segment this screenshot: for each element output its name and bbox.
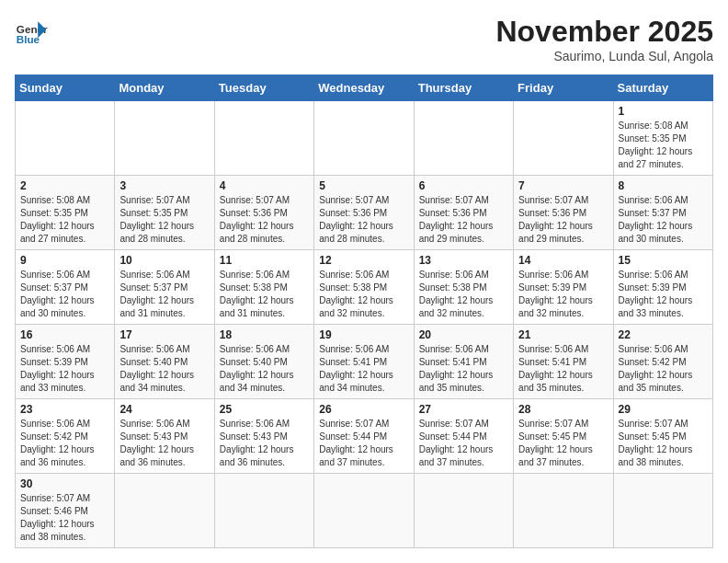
calendar-cell: 30Sunrise: 5:07 AM Sunset: 5:46 PM Dayli… <box>16 474 115 548</box>
col-header-thursday: Thursday <box>414 75 513 101</box>
calendar-cell: 21Sunrise: 5:06 AM Sunset: 5:41 PM Dayli… <box>514 325 613 399</box>
day-number: 8 <box>619 179 708 192</box>
day-number: 20 <box>419 328 508 341</box>
calendar-cell <box>214 101 313 176</box>
day-info: Sunrise: 5:06 AM Sunset: 5:37 PM Dayligh… <box>20 269 109 320</box>
day-info: Sunrise: 5:06 AM Sunset: 5:39 PM Dayligh… <box>619 269 708 320</box>
calendar-cell: 5Sunrise: 5:07 AM Sunset: 5:36 PM Daylig… <box>314 176 414 250</box>
day-number: 11 <box>220 254 309 267</box>
calendar-cell: 8Sunrise: 5:06 AM Sunset: 5:37 PM Daylig… <box>613 176 712 250</box>
calendar-cell: 12Sunrise: 5:06 AM Sunset: 5:38 PM Dayli… <box>314 250 414 325</box>
calendar-week-5: 23Sunrise: 5:06 AM Sunset: 5:42 PM Dayli… <box>16 399 713 474</box>
calendar-cell <box>115 474 214 548</box>
day-info: Sunrise: 5:06 AM Sunset: 5:43 PM Dayligh… <box>119 418 209 469</box>
calendar-week-4: 16Sunrise: 5:06 AM Sunset: 5:39 PM Dayli… <box>16 325 713 399</box>
calendar-cell: 1Sunrise: 5:08 AM Sunset: 5:35 PM Daylig… <box>613 101 712 176</box>
day-number: 25 <box>220 403 309 416</box>
day-info: Sunrise: 5:06 AM Sunset: 5:41 PM Dayligh… <box>419 343 508 395</box>
calendar-cell: 7Sunrise: 5:07 AM Sunset: 5:36 PM Daylig… <box>514 176 613 250</box>
calendar-cell: 23Sunrise: 5:06 AM Sunset: 5:42 PM Dayli… <box>16 399 115 474</box>
calendar-cell <box>414 101 513 176</box>
day-info: Sunrise: 5:08 AM Sunset: 5:35 PM Dayligh… <box>619 120 708 171</box>
day-number: 18 <box>220 328 309 341</box>
col-header-sunday: Sunday <box>16 75 115 101</box>
day-number: 24 <box>119 403 209 416</box>
calendar-cell: 10Sunrise: 5:06 AM Sunset: 5:37 PM Dayli… <box>115 250 214 325</box>
calendar-cell: 26Sunrise: 5:07 AM Sunset: 5:44 PM Dayli… <box>314 399 414 474</box>
day-info: Sunrise: 5:07 AM Sunset: 5:46 PM Dayligh… <box>20 492 109 544</box>
day-info: Sunrise: 5:06 AM Sunset: 5:40 PM Dayligh… <box>119 343 209 395</box>
calendar-cell: 17Sunrise: 5:06 AM Sunset: 5:40 PM Dayli… <box>115 325 214 399</box>
calendar-cell: 16Sunrise: 5:06 AM Sunset: 5:39 PM Dayli… <box>16 325 115 399</box>
location-subtitle: Saurimo, Lunda Sul, Angola <box>495 49 713 63</box>
calendar-cell: 28Sunrise: 5:07 AM Sunset: 5:45 PM Dayli… <box>514 399 613 474</box>
day-info: Sunrise: 5:06 AM Sunset: 5:39 PM Dayligh… <box>518 269 608 320</box>
calendar-cell: 2Sunrise: 5:08 AM Sunset: 5:35 PM Daylig… <box>16 176 115 250</box>
calendar-cell: 20Sunrise: 5:06 AM Sunset: 5:41 PM Dayli… <box>414 325 513 399</box>
calendar-cell: 24Sunrise: 5:06 AM Sunset: 5:43 PM Dayli… <box>115 399 214 474</box>
day-number: 9 <box>20 254 109 267</box>
day-number: 7 <box>518 179 608 192</box>
day-number: 15 <box>619 254 708 267</box>
day-number: 12 <box>319 254 408 267</box>
day-number: 21 <box>518 328 608 341</box>
day-info: Sunrise: 5:06 AM Sunset: 5:42 PM Dayligh… <box>619 343 708 395</box>
calendar-week-2: 2Sunrise: 5:08 AM Sunset: 5:35 PM Daylig… <box>16 176 713 250</box>
calendar-week-6: 30Sunrise: 5:07 AM Sunset: 5:46 PM Dayli… <box>16 474 713 548</box>
day-number: 5 <box>319 179 408 192</box>
day-info: Sunrise: 5:06 AM Sunset: 5:38 PM Dayligh… <box>220 269 309 320</box>
day-info: Sunrise: 5:06 AM Sunset: 5:43 PM Dayligh… <box>220 418 309 469</box>
day-info: Sunrise: 5:06 AM Sunset: 5:38 PM Dayligh… <box>319 269 408 320</box>
calendar-cell: 22Sunrise: 5:06 AM Sunset: 5:42 PM Dayli… <box>613 325 712 399</box>
day-number: 6 <box>419 179 508 192</box>
calendar-table: SundayMondayTuesdayWednesdayThursdayFrid… <box>15 75 713 548</box>
calendar-cell: 3Sunrise: 5:07 AM Sunset: 5:35 PM Daylig… <box>115 176 214 250</box>
calendar-cell <box>514 101 613 176</box>
col-header-wednesday: Wednesday <box>314 75 414 101</box>
calendar-cell: 25Sunrise: 5:06 AM Sunset: 5:43 PM Dayli… <box>214 399 313 474</box>
calendar-cell <box>613 474 712 548</box>
day-info: Sunrise: 5:07 AM Sunset: 5:36 PM Dayligh… <box>419 194 508 246</box>
day-number: 2 <box>20 179 109 192</box>
calendar-week-1: 1Sunrise: 5:08 AM Sunset: 5:35 PM Daylig… <box>16 101 713 176</box>
calendar-cell <box>214 474 313 548</box>
col-header-friday: Friday <box>514 75 613 101</box>
logo-icon: General Blue <box>15 15 48 48</box>
calendar-cell: 14Sunrise: 5:06 AM Sunset: 5:39 PM Dayli… <box>514 250 613 325</box>
day-number: 3 <box>119 179 209 192</box>
day-info: Sunrise: 5:06 AM Sunset: 5:37 PM Dayligh… <box>619 194 708 246</box>
day-number: 19 <box>319 328 408 341</box>
calendar-cell <box>314 101 414 176</box>
day-info: Sunrise: 5:06 AM Sunset: 5:41 PM Dayligh… <box>518 343 608 395</box>
page-header: General Blue November 2025 Saurimo, Lund… <box>15 15 713 63</box>
day-number: 1 <box>619 105 708 118</box>
calendar-cell: 4Sunrise: 5:07 AM Sunset: 5:36 PM Daylig… <box>214 176 313 250</box>
day-info: Sunrise: 5:07 AM Sunset: 5:45 PM Dayligh… <box>619 418 708 469</box>
day-info: Sunrise: 5:06 AM Sunset: 5:39 PM Dayligh… <box>20 343 109 395</box>
day-info: Sunrise: 5:07 AM Sunset: 5:44 PM Dayligh… <box>419 418 508 469</box>
svg-text:Blue: Blue <box>17 33 40 45</box>
calendar-cell: 11Sunrise: 5:06 AM Sunset: 5:38 PM Dayli… <box>214 250 313 325</box>
day-number: 17 <box>119 328 209 341</box>
day-number: 26 <box>319 403 408 416</box>
calendar-week-3: 9Sunrise: 5:06 AM Sunset: 5:37 PM Daylig… <box>16 250 713 325</box>
day-info: Sunrise: 5:07 AM Sunset: 5:36 PM Dayligh… <box>220 194 309 246</box>
day-number: 10 <box>119 254 209 267</box>
day-info: Sunrise: 5:07 AM Sunset: 5:45 PM Dayligh… <box>518 418 608 469</box>
calendar-cell: 29Sunrise: 5:07 AM Sunset: 5:45 PM Dayli… <box>613 399 712 474</box>
calendar-cell: 18Sunrise: 5:06 AM Sunset: 5:40 PM Dayli… <box>214 325 313 399</box>
day-info: Sunrise: 5:06 AM Sunset: 5:38 PM Dayligh… <box>419 269 508 320</box>
day-info: Sunrise: 5:07 AM Sunset: 5:36 PM Dayligh… <box>319 194 408 246</box>
calendar-cell: 9Sunrise: 5:06 AM Sunset: 5:37 PM Daylig… <box>16 250 115 325</box>
day-info: Sunrise: 5:06 AM Sunset: 5:41 PM Dayligh… <box>319 343 408 395</box>
logo: General Blue <box>15 15 48 48</box>
day-number: 29 <box>619 403 708 416</box>
title-block: November 2025 Saurimo, Lunda Sul, Angola <box>495 15 713 63</box>
calendar-cell <box>514 474 613 548</box>
day-number: 16 <box>20 328 109 341</box>
col-header-saturday: Saturday <box>613 75 712 101</box>
day-info: Sunrise: 5:06 AM Sunset: 5:40 PM Dayligh… <box>220 343 309 395</box>
calendar-cell: 15Sunrise: 5:06 AM Sunset: 5:39 PM Dayli… <box>613 250 712 325</box>
month-title: November 2025 <box>495 15 713 49</box>
calendar-cell <box>16 101 115 176</box>
